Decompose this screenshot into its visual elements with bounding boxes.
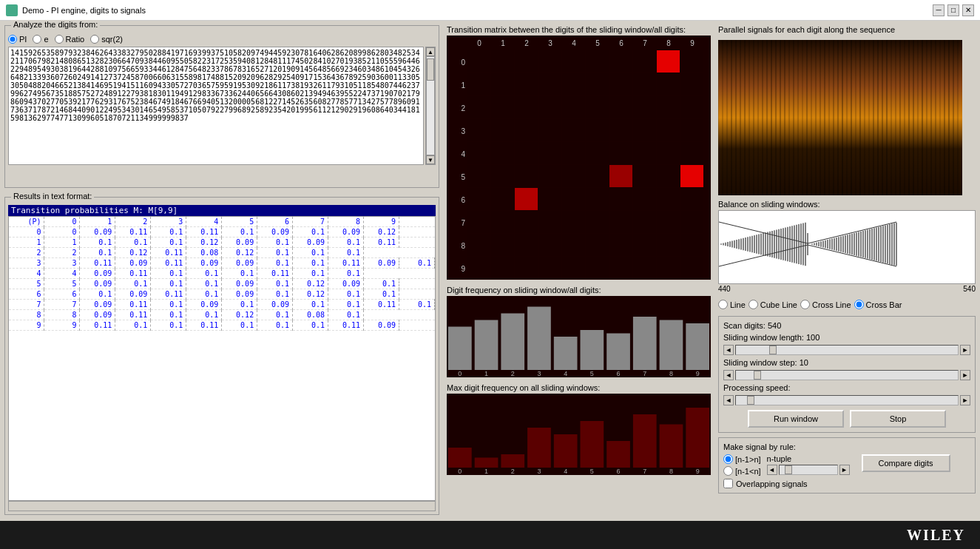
processing-speed-label: Processing speed: — [723, 383, 842, 392]
rule-option-1[interactable]: [n-1<n] — [723, 466, 761, 476]
window-title: Demo - PI engine, digits to signals — [22, 6, 933, 15]
run-stop-row: Run window Stop — [723, 410, 970, 428]
app-icon — [6, 4, 18, 16]
ntuple-slider[interactable]: ◄ ► — [767, 465, 850, 475]
overlapping-label: Overlapping signals — [736, 479, 808, 488]
results-scrollbar-h[interactable] — [8, 501, 436, 511]
main-container: Analyze the digits from: PI e Ratio sqr(… — [0, 21, 980, 549]
rule-option-0[interactable]: [n-1>n] — [723, 454, 761, 464]
chart-type-line-input[interactable] — [718, 300, 728, 309]
freq-section: Digit frequency on sliding window/all di… — [447, 286, 711, 377]
ntuple-thumb[interactable] — [785, 465, 792, 474]
radio-ratio-input[interactable] — [55, 35, 64, 44]
window-length-row: Sliding window length: 100 — [723, 333, 970, 342]
scroll-track[interactable] — [426, 56, 435, 155]
balance-axis: 440 540 — [718, 285, 976, 293]
results-table-container: (P)0123456789000.090.110.10.110.10.090.1… — [8, 216, 436, 501]
parallel-signals-canvas — [718, 40, 962, 195]
freq-title: Digit frequency on sliding window/all di… — [447, 286, 711, 294]
radio-sqr2-input[interactable] — [90, 35, 99, 44]
window-length-left-arrow[interactable]: ◄ — [723, 345, 734, 355]
balance-min: 440 — [718, 285, 731, 293]
minimize-button[interactable]: ─ — [933, 4, 944, 16]
balance-chart — [718, 210, 976, 284]
window-length-track[interactable] — [735, 345, 959, 355]
left-panel: Analyze the digits from: PI e Ratio sqr(… — [0, 21, 444, 549]
make-signal-radios: [n-1>n] [n-1<n] — [723, 454, 761, 476]
heatmap-canvas — [447, 36, 711, 280]
balance-title: Balance on sliding windows: — [718, 200, 976, 209]
scan-label: Scan digits: 540 — [723, 321, 842, 330]
maxfreq-canvas — [447, 394, 711, 475]
run-window-button[interactable]: Run window — [748, 410, 844, 428]
chart-type-cubeline[interactable]: Cube Line — [748, 300, 797, 309]
make-signal-group: Make signal by rule: [n-1>n] [n-1<n] n-t… — [718, 437, 976, 494]
results-group: Results in text format: Transition proba… — [4, 197, 439, 515]
ntuple-label: n-tuple — [767, 454, 850, 463]
window-step-track[interactable] — [735, 370, 959, 380]
overlapping-checkbox[interactable] — [723, 479, 733, 488]
parallel-signals-title: Parallel signals for each digit along th… — [718, 25, 976, 34]
processing-speed-slider[interactable]: ◄ ► — [723, 395, 970, 405]
compare-digits-button[interactable]: Compare digits — [862, 454, 950, 472]
digits-scrollbar[interactable]: ▲ ▼ — [425, 47, 436, 165]
window-step-right-arrow[interactable]: ► — [960, 370, 970, 380]
digits-group-title: Analyze the digits from: — [11, 20, 100, 29]
window-step-slider-row: ◄ ► — [723, 370, 970, 380]
chart-type-crossline[interactable]: Cross Line — [800, 300, 851, 309]
settings-group: Scan digits: 540 Sliding window length: … — [718, 316, 976, 433]
balance-canvas — [719, 211, 963, 277]
radio-pi-label: PI — [19, 35, 27, 44]
scroll-up-arrow[interactable]: ▲ — [426, 47, 435, 56]
digits-area-container: ▲ ▼ — [8, 47, 436, 165]
chart-type-crossline-label: Cross Line — [812, 300, 851, 309]
results-content: Transition probabilities M: M[9,9] (P)01… — [8, 205, 436, 511]
ntuple-track[interactable] — [779, 465, 838, 475]
window-step-slider[interactable]: ◄ ► — [723, 370, 970, 380]
processing-speed-left-arrow[interactable]: ◄ — [723, 395, 734, 405]
maxfreq-section: Max digit frequency on all sliding windo… — [447, 383, 711, 475]
radio-e-input[interactable] — [33, 35, 41, 44]
right-panel: Parallel signals for each digit along th… — [714, 21, 980, 549]
chart-type-cubeline-label: Cube Line — [760, 300, 797, 309]
wiley-footer: WILEY — [0, 521, 980, 549]
processing-speed-thumb[interactable] — [747, 396, 754, 405]
radio-pi[interactable]: PI — [8, 35, 27, 44]
radio-ratio-label: Ratio — [66, 35, 85, 44]
processing-speed-track[interactable] — [735, 395, 959, 405]
close-button[interactable]: ✕ — [962, 4, 974, 16]
ntuple-right-arrow[interactable]: ► — [839, 465, 850, 475]
chart-type-line[interactable]: Line — [718, 300, 746, 309]
chart-type-crossbar[interactable]: Cross Bar — [854, 300, 902, 309]
chart-type-cubeline-input[interactable] — [748, 300, 758, 309]
processing-speed-slider-row: ◄ ► — [723, 395, 970, 405]
stop-button[interactable]: Stop — [850, 410, 946, 428]
radio-ratio[interactable]: Ratio — [55, 35, 85, 44]
radio-sqr2[interactable]: sqr(2) — [90, 35, 123, 44]
maximize-button[interactable]: □ — [947, 4, 959, 16]
rule-0-input[interactable] — [723, 454, 733, 464]
chart-type-crossbar-input[interactable] — [854, 300, 864, 309]
window-length-thumb[interactable] — [769, 346, 777, 354]
window-step-left-arrow[interactable]: ◄ — [723, 370, 734, 380]
window-step-thumb[interactable] — [754, 371, 761, 380]
scroll-thumb[interactable] — [427, 58, 434, 81]
window-controls[interactable]: ─ □ ✕ — [933, 4, 974, 16]
digits-textarea[interactable] — [8, 47, 424, 165]
processing-speed-right-arrow[interactable]: ► — [960, 395, 970, 405]
chart-type-crossline-input[interactable] — [800, 300, 810, 309]
rule-1-input[interactable] — [723, 466, 733, 476]
radio-e[interactable]: e — [33, 35, 48, 44]
chart-type-crossbar-label: Cross Bar — [866, 300, 902, 309]
window-length-slider[interactable]: ◄ ► — [723, 345, 970, 355]
balance-max: 540 — [963, 285, 976, 293]
radio-pi-input[interactable] — [8, 35, 17, 44]
scroll-down-arrow[interactable]: ▼ — [426, 155, 435, 164]
ntuple-left-arrow[interactable]: ◄ — [767, 465, 777, 475]
window-length-right-arrow[interactable]: ► — [960, 345, 970, 355]
rule-1-label: [n-1<n] — [735, 467, 761, 476]
digits-source-group: Analyze the digits from: PI e Ratio sqr(… — [4, 25, 439, 188]
processing-speed-row: Processing speed: — [723, 383, 970, 392]
window-length-slider-row: ◄ ► — [723, 345, 970, 355]
heatmap-title: Transition matrix between the digits of … — [447, 25, 711, 34]
